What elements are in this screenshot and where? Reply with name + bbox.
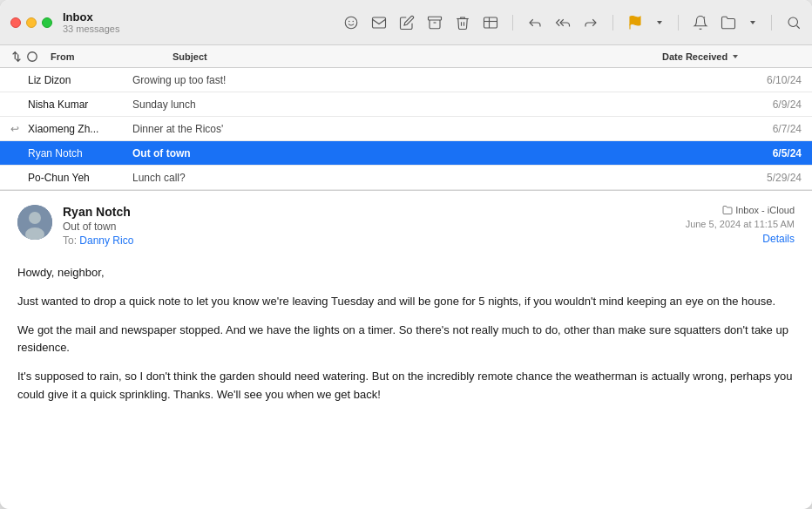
email-header: Ryan Notch Out of town To: Danny Rico In… bbox=[17, 205, 795, 247]
toolbar-divider-4 bbox=[771, 15, 772, 31]
forward-icon[interactable] bbox=[583, 15, 599, 31]
archive-icon[interactable] bbox=[427, 15, 443, 31]
subject-text: Dinner at the Ricos' bbox=[132, 123, 662, 135]
svg-marker-9 bbox=[657, 21, 662, 24]
list-header: From Subject Date Received bbox=[0, 45, 812, 68]
email-to: To: Danny Rico bbox=[63, 234, 686, 247]
sender-name: Ryan Notch bbox=[63, 205, 686, 219]
from-name: Liz Dizon bbox=[28, 74, 132, 86]
traffic-lights bbox=[10, 17, 52, 28]
svg-point-17 bbox=[29, 212, 41, 224]
junk-icon[interactable] bbox=[483, 15, 498, 31]
svg-line-13 bbox=[796, 25, 799, 28]
folder-dropdown-icon[interactable] bbox=[748, 18, 757, 27]
sort-controls[interactable] bbox=[10, 51, 38, 63]
compose-icon[interactable] bbox=[399, 15, 415, 31]
email-meta: Ryan Notch Out of town To: Danny Rico bbox=[63, 205, 686, 247]
col-date-header: Date Received bbox=[662, 51, 802, 62]
email-row[interactable]: Po-Chun Yeh Lunch call? 5/29/24 bbox=[0, 166, 812, 190]
from-name: Po-Chun Yeh bbox=[28, 172, 132, 184]
email-row-selected[interactable]: Ryan Notch Out of town 6/5/24 bbox=[0, 141, 812, 166]
maximize-button[interactable] bbox=[42, 17, 52, 28]
date-text: 6/10/24 bbox=[662, 74, 802, 86]
email-row[interactable]: ↩ Xiaomeng Zh... Dinner at the Ricos' 6/… bbox=[0, 117, 812, 141]
svg-marker-11 bbox=[750, 21, 755, 24]
svg-rect-5 bbox=[484, 17, 497, 28]
col-from-header: From bbox=[51, 51, 173, 62]
email-date: June 5, 2024 at 11:15 AM bbox=[686, 219, 795, 229]
details-link[interactable]: Details bbox=[762, 233, 795, 245]
body-paragraph-3: We got the mail and newspaper stopped. A… bbox=[17, 322, 795, 358]
window-subtitle: 33 messages bbox=[63, 24, 119, 34]
trash-icon[interactable] bbox=[455, 15, 470, 31]
svg-marker-15 bbox=[733, 55, 738, 58]
to-recipient: Danny Rico bbox=[79, 234, 133, 247]
email-row[interactable]: Nisha Kumar Sunday lunch 6/9/24 bbox=[0, 92, 812, 117]
from-name: Xiaomeng Zh... bbox=[28, 123, 132, 135]
toolbar-divider-1 bbox=[512, 15, 513, 31]
svg-point-0 bbox=[345, 17, 357, 29]
minimize-button[interactable] bbox=[26, 17, 37, 28]
row-icon-3: ↩ bbox=[10, 123, 28, 135]
folder-icon[interactable] bbox=[721, 15, 736, 31]
search-icon[interactable] bbox=[786, 15, 802, 31]
toolbar-divider-3 bbox=[678, 15, 679, 31]
reply-icon[interactable] bbox=[527, 15, 543, 31]
email-list: From Subject Date Received Liz Dizon Gro… bbox=[0, 45, 812, 191]
subject-text: Out of town bbox=[132, 147, 662, 159]
email-date-section: Inbox - iCloud June 5, 2024 at 11:15 AM … bbox=[686, 205, 795, 245]
body-paragraph-2: Just wanted to drop a quick note to let … bbox=[17, 293, 795, 311]
mail-icon[interactable] bbox=[371, 15, 387, 31]
date-text: 6/5/24 bbox=[662, 147, 802, 159]
inbox-label: Inbox - iCloud bbox=[735, 205, 795, 215]
replyall-icon[interactable] bbox=[555, 15, 571, 31]
date-text: 5/29/24 bbox=[662, 172, 802, 184]
date-text: 6/7/24 bbox=[662, 123, 802, 135]
body-paragraph-4: It's supposed to rain, so I don't think … bbox=[17, 368, 795, 404]
avatar bbox=[17, 205, 52, 240]
svg-point-14 bbox=[28, 51, 37, 61]
email-body: Howdy, neighbor, Just wanted to drop a q… bbox=[17, 257, 795, 404]
smiley-icon[interactable] bbox=[343, 15, 359, 31]
close-button[interactable] bbox=[10, 17, 21, 28]
svg-rect-4 bbox=[429, 17, 442, 20]
mail-window: Inbox 33 messages bbox=[0, 0, 812, 509]
window-title: Inbox bbox=[63, 10, 119, 24]
flag-dropdown-icon[interactable] bbox=[655, 18, 664, 27]
svg-point-12 bbox=[788, 17, 798, 27]
subject-text: Lunch call? bbox=[132, 172, 662, 184]
date-text: 6/9/24 bbox=[662, 98, 802, 111]
notify-icon[interactable] bbox=[693, 15, 708, 31]
from-name: Nisha Kumar bbox=[28, 98, 132, 111]
toolbar bbox=[343, 15, 802, 31]
avatar-image bbox=[17, 205, 52, 240]
inbox-badge: Inbox - iCloud bbox=[722, 205, 795, 215]
email-subject-detail: Out of town bbox=[63, 221, 686, 233]
subject-text: Growing up too fast! bbox=[132, 74, 662, 86]
flag-icon[interactable] bbox=[627, 15, 643, 31]
toolbar-divider-2 bbox=[612, 15, 613, 31]
title-bar: Inbox 33 messages bbox=[0, 0, 812, 45]
subject-text: Sunday lunch bbox=[132, 98, 662, 111]
email-row[interactable]: Liz Dizon Growing up too fast! 6/10/24 bbox=[0, 68, 812, 92]
title-section: Inbox 33 messages bbox=[63, 10, 119, 34]
from-name: Ryan Notch bbox=[28, 147, 132, 159]
svg-rect-3 bbox=[373, 17, 386, 28]
body-paragraph-1: Howdy, neighbor, bbox=[17, 264, 795, 282]
email-detail: Ryan Notch Out of town To: Danny Rico In… bbox=[0, 191, 812, 509]
col-subject-header: Subject bbox=[173, 51, 662, 62]
